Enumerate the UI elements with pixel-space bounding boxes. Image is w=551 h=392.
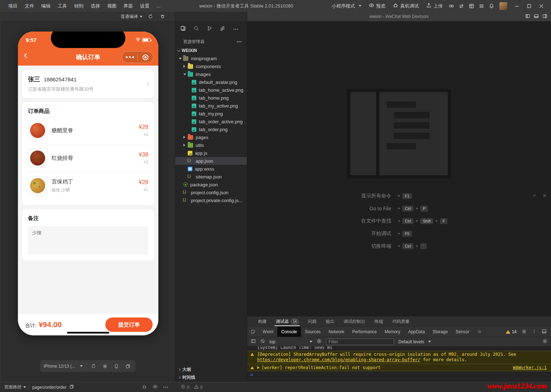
warning-link[interactable]: https://developer.chrome.com/blog/enabli… <box>257 357 420 362</box>
eye-icon[interactable] <box>153 384 158 390</box>
problem-counters[interactable]: 0 0 <box>175 384 247 390</box>
notes-input[interactable]: 少辣 <box>28 226 148 255</box>
search-icon[interactable] <box>193 25 199 33</box>
more-tabs-icon[interactable] <box>473 327 485 337</box>
tree-item[interactable]: components <box>175 62 247 70</box>
submit-order-button[interactable]: 提交订单 <box>105 317 153 332</box>
devtools-tab[interactable]: AppData <box>404 327 429 337</box>
console-sidebar-icon[interactable] <box>251 339 256 345</box>
user-avatar[interactable] <box>499 2 507 10</box>
refresh-icon[interactable] <box>146 13 155 20</box>
tree-item[interactable]: tab_my.png <box>175 110 247 118</box>
log-levels-select[interactable]: Default levels <box>398 339 431 344</box>
debug-tab[interactable]: 终端 <box>370 316 387 326</box>
timeline-section[interactable]: 时间线 <box>175 373 247 381</box>
more-icon[interactable] <box>163 387 168 388</box>
close-target-icon[interactable] <box>138 54 153 60</box>
menu-item[interactable]: 设置 <box>137 2 153 10</box>
menu-item[interactable]: 工具 <box>54 2 70 10</box>
tree-item[interactable]: app.js <box>175 149 247 157</box>
more-icon[interactable] <box>233 29 238 30</box>
compile-mode-select[interactable]: 普通编译 <box>121 14 143 20</box>
menu-item[interactable]: 文件 <box>21 2 37 10</box>
debug-tab[interactable]: 构建 <box>254 316 271 326</box>
debug-tab[interactable]: 调试控制台 <box>339 316 369 326</box>
tree-item[interactable]: tab_order_active.png <box>175 118 247 125</box>
filter-input[interactable] <box>326 339 394 345</box>
context-select[interactable]: top <box>269 339 312 344</box>
phone-frame-icon[interactable] <box>112 362 120 370</box>
rotate-icon[interactable] <box>90 362 97 370</box>
record-icon[interactable] <box>101 362 109 370</box>
devtools-tab[interactable]: Network <box>325 327 348 337</box>
tree-item[interactable]: project.private.config.js... <box>175 196 247 204</box>
sync-arrows-icon[interactable] <box>457 2 466 10</box>
outline-section[interactable]: 大纲 <box>175 365 247 373</box>
debug-tab[interactable]: 代码质量 <box>388 316 414 326</box>
menu-item[interactable]: ... <box>153 2 164 10</box>
tree-item[interactable]: miniprogram <box>175 54 247 62</box>
upload-button[interactable]: 上传 <box>423 1 446 10</box>
devtools-tab[interactable]: Sources <box>301 327 325 337</box>
tree-item[interactable]: tab_order.png <box>175 125 247 133</box>
menu-item[interactable]: 转到 <box>71 2 87 10</box>
minimize-button[interactable] <box>511 2 523 10</box>
tree-item[interactable]: pages <box>175 133 247 141</box>
expand-triangle-icon[interactable] <box>257 366 259 369</box>
clear-cache-icon[interactable] <box>158 13 167 20</box>
tree-item[interactable]: app.json <box>175 157 247 165</box>
tree-item[interactable]: project.config.json <box>175 188 247 196</box>
link-icon[interactable] <box>447 2 456 10</box>
tree-item[interactable]: utils <box>175 141 247 149</box>
menu-item[interactable]: 选择 <box>87 2 103 10</box>
back-icon[interactable] <box>23 53 32 61</box>
devtools-tab[interactable]: Wxml <box>259 327 277 337</box>
menu-icon[interactable] <box>477 2 486 10</box>
multi-window-icon[interactable] <box>124 362 132 370</box>
devtools-tab[interactable]: Sensor <box>452 327 473 337</box>
debug-tab[interactable]: 输出 <box>321 316 339 326</box>
preview-button[interactable]: 预览 <box>366 1 388 10</box>
layout-grid-icon[interactable] <box>467 2 476 10</box>
clear-console-icon[interactable] <box>260 339 265 345</box>
debug-tab[interactable]: 问题 <box>303 316 321 326</box>
devtools-tab[interactable]: Performance <box>348 327 381 337</box>
menu-item[interactable]: 视图 <box>104 2 120 10</box>
toggle-left-panel-icon[interactable] <box>525 14 530 20</box>
devtools-tab[interactable]: Memory <box>381 327 404 337</box>
explorer-more-icon[interactable] <box>237 41 242 42</box>
settings-gear-icon[interactable] <box>522 329 527 335</box>
tree-item[interactable]: default_avatar.png <box>175 78 247 86</box>
bell-icon[interactable] <box>487 2 496 10</box>
tree-item[interactable]: app.wxss <box>175 165 247 173</box>
close-panel-icon[interactable] <box>542 193 547 199</box>
source-control-icon[interactable] <box>207 25 212 33</box>
menu-item[interactable]: 界面 <box>120 2 136 10</box>
extensions-icon[interactable] <box>220 25 226 33</box>
page-path-select[interactable]: 页面路径 <box>4 384 26 390</box>
debug-tab[interactable]: 调试器 14 <box>272 316 303 326</box>
collapse-up-icon[interactable] <box>532 193 537 199</box>
menu-item[interactable]: 项目 <box>5 2 21 10</box>
remote-debug-button[interactable]: 真机调试 <box>390 1 422 10</box>
files-icon[interactable] <box>180 25 186 33</box>
device-select[interactable]: iPhone 12/13 (... <box>44 363 86 370</box>
menu-item[interactable]: 编辑 <box>38 2 54 10</box>
tree-item[interactable]: package.json <box>175 181 247 188</box>
tree-item[interactable]: images <box>175 70 247 78</box>
inspect-icon[interactable] <box>247 327 259 337</box>
bug-icon[interactable] <box>142 384 147 390</box>
console-prompt[interactable]: > <box>247 371 551 378</box>
mode-select[interactable]: 小程序模式 <box>329 2 364 10</box>
warning-counter[interactable]: 14 <box>506 329 517 334</box>
project-root[interactable]: WEIXIN <box>175 47 247 54</box>
copy-path-icon[interactable] <box>69 384 74 390</box>
devtools-tab[interactable]: Storage <box>429 327 452 337</box>
tree-item[interactable]: sitemap.json <box>175 173 247 181</box>
devtools-tab[interactable]: Console <box>277 327 301 337</box>
more-dots-icon[interactable] <box>122 56 138 58</box>
tree-item[interactable]: tab_home.png <box>175 94 247 102</box>
tree-item[interactable]: tab_home_active.png <box>175 86 247 94</box>
source-link[interactable]: WAWorker.js:1 <box>513 365 547 370</box>
tree-item[interactable]: tab_my_active.png <box>175 102 247 110</box>
